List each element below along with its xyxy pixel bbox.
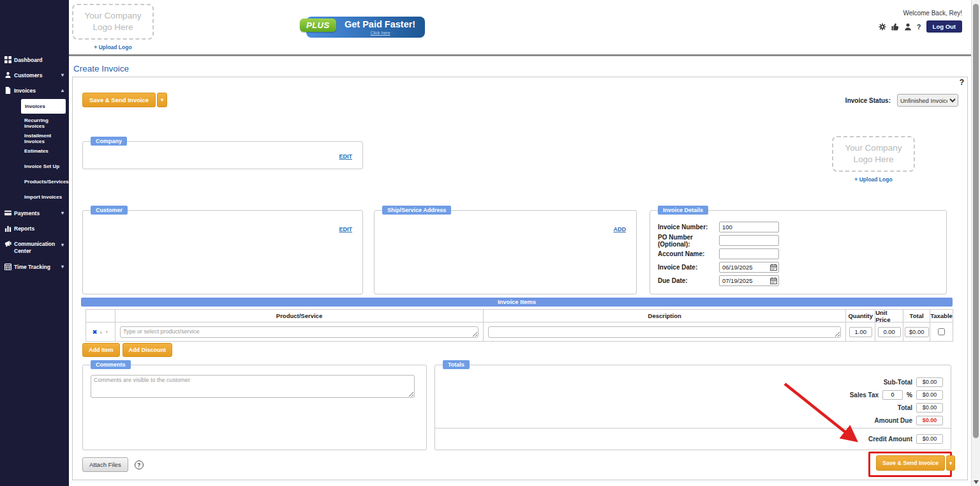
quantity-column-header: Quantity [846, 310, 875, 323]
sidebar-subitem-installment-invoices[interactable]: Installment Invoices [24, 133, 69, 144]
ship-service-address-section: Ship/Service Address ADD [374, 210, 637, 294]
total-row: Total [898, 402, 943, 413]
invoices-icon [4, 87, 11, 94]
account-name-input[interactable] [719, 248, 779, 259]
amount-due-row: Amount Due [875, 415, 943, 425]
company-logo-placeholder[interactable]: Your Company Logo Here [72, 4, 154, 40]
total-column-header: Total [903, 310, 930, 323]
logout-button[interactable]: Log Out [926, 20, 962, 33]
logo-placeholder-line1: Your Company [833, 142, 914, 154]
calendar-icon[interactable] [770, 264, 777, 271]
sidebar-item-label: Invoices [14, 87, 36, 94]
company-section: Company EDIT [82, 141, 363, 169]
sidebar-subitem-invoices-active[interactable]: Invoices [21, 99, 66, 114]
po-number-row: PO Number (Optional): [658, 235, 779, 246]
po-number-input[interactable] [719, 235, 779, 246]
page-scrollbar[interactable] [971, 0, 980, 486]
sidebar-item-communication-center[interactable]: Communication Center ▾ [0, 239, 69, 259]
sidebar-subitem-recurring-invoices[interactable]: Recurring Invoices [24, 118, 69, 129]
invoice-number-input[interactable] [719, 222, 779, 232]
welcome-text: Welcome Back, Rey! [903, 10, 962, 17]
save-send-invoice-button[interactable]: Save & Send Invoice [876, 455, 945, 471]
sidebar-item-reports[interactable]: Reports [0, 224, 69, 234]
invoice-logo-placeholder[interactable]: Your Company Logo Here [832, 136, 915, 172]
description-input[interactable] [488, 326, 841, 338]
sidebar-subitem-invoice-set-up[interactable]: Invoice Set Up [24, 163, 59, 169]
invoice-details-section: Invoice Details Invoice Number: PO Numbe… [650, 210, 947, 294]
invoice-date-row: Invoice Date: [658, 262, 786, 273]
save-send-dropdown-caret[interactable]: ▾ [157, 93, 167, 107]
sidebar-subitem-label: Invoices [25, 103, 45, 109]
sidebar-subitem-import-invoices[interactable]: Import Invoices [24, 194, 62, 200]
save-send-dropdown-caret[interactable]: ▾ [946, 455, 955, 471]
add-discount-button[interactable]: Add Discount [122, 343, 173, 357]
sales-tax-value[interactable] [916, 390, 943, 400]
panel-help-icon[interactable]: ? [960, 78, 964, 87]
company-legend: Company [91, 137, 127, 146]
scrollbar-thumb[interactable] [973, 4, 979, 438]
ship-address-add-link[interactable]: ADD [614, 226, 627, 232]
invoice-status-select[interactable]: Unfinished Invoices [897, 94, 958, 107]
sidebar-item-label: Customers [14, 72, 42, 79]
attach-files-button[interactable]: Attach Files [82, 457, 128, 472]
customer-section: Customer EDIT [82, 210, 363, 294]
logo-placeholder-line1: Your Company [73, 10, 152, 22]
taxable-checkbox[interactable] [938, 328, 945, 335]
comments-input[interactable] [91, 375, 415, 398]
reports-icon [4, 225, 11, 232]
attach-help-icon[interactable]: ? [135, 460, 144, 469]
subtotal-row: Sub-Total [884, 377, 943, 387]
credit-amount-value[interactable] [916, 434, 943, 444]
move-down-icon[interactable]: ▼ [105, 330, 108, 334]
help-icon[interactable]: ? [917, 23, 921, 31]
product-service-input[interactable] [120, 326, 479, 338]
get-paid-faster-banner[interactable]: PLUS Get Paid Faster! Click here [306, 17, 425, 38]
row-total-input[interactable] [905, 327, 929, 337]
add-item-button[interactable]: Add Item [82, 343, 120, 357]
remove-row-icon[interactable]: ✖ [93, 329, 98, 335]
due-date-row: Due Date: [658, 275, 786, 286]
total-cell [903, 323, 930, 342]
total-value[interactable] [916, 403, 943, 413]
sidebar-item-payments[interactable]: Payments ▾ [0, 209, 69, 219]
gear-icon[interactable] [879, 23, 886, 31]
amount-due-value[interactable] [916, 416, 943, 425]
thumbs-up-icon[interactable] [891, 23, 899, 31]
sales-tax-rate-input[interactable] [882, 390, 903, 400]
sidebar-subitem-estimates[interactable]: Estimates [24, 148, 48, 154]
scrollbar-down-arrow[interactable] [974, 480, 979, 484]
table-header-row: Product/Service Description Quantity Uni… [86, 310, 953, 323]
company-edit-link[interactable]: EDIT [339, 153, 352, 160]
person-icon[interactable] [904, 23, 912, 31]
calendar-icon[interactable] [770, 277, 777, 284]
comments-legend: Comments [91, 360, 131, 369]
sidebar-subitem-products-services[interactable]: Products/Services [24, 179, 69, 185]
unit-price-cell [875, 323, 903, 342]
customer-edit-link[interactable]: EDIT [339, 226, 352, 232]
item-actions: Add Item Add Discount [82, 343, 172, 357]
save-send-invoice-top: Save & Send Invoice ▾ [82, 93, 167, 107]
chevron-down-icon: ▾ [61, 264, 64, 270]
credit-amount-label: Credit Amount [868, 436, 912, 443]
account-name-label: Account Name: [658, 250, 719, 257]
subtotal-value[interactable] [916, 377, 943, 387]
header-icons: ? Log Out [879, 20, 962, 33]
due-date-label: Due Date: [658, 277, 719, 284]
banner-click-here-link[interactable]: Click here [345, 31, 416, 35]
logo-placeholder-line2: Logo Here [73, 22, 152, 33]
sidebar-item-invoices[interactable]: Invoices ▴ [0, 86, 69, 96]
quantity-input[interactable] [849, 327, 872, 337]
page-title: Create Invoice [73, 64, 129, 73]
table-row: ✖ ▲ ▼ [86, 323, 953, 342]
save-send-invoice-button[interactable]: Save & Send Invoice [82, 93, 156, 107]
chevron-down-icon: ▾ [61, 210, 64, 216]
unit-price-input[interactable] [878, 327, 901, 337]
account-name-row: Account Name: [658, 248, 779, 259]
sidebar-item-time-tracking[interactable]: Time Tracking ▾ [0, 262, 69, 273]
move-up-icon[interactable]: ▲ [99, 330, 103, 334]
sidebar-item-dashboard[interactable]: Dashboard [0, 56, 69, 66]
sidebar-item-customers[interactable]: Customers ▾ [0, 71, 69, 81]
totals-divider [435, 428, 951, 429]
upload-logo-link[interactable]: + Upload Logo [832, 176, 915, 183]
upload-logo-link[interactable]: + Upload Logo [72, 44, 154, 50]
